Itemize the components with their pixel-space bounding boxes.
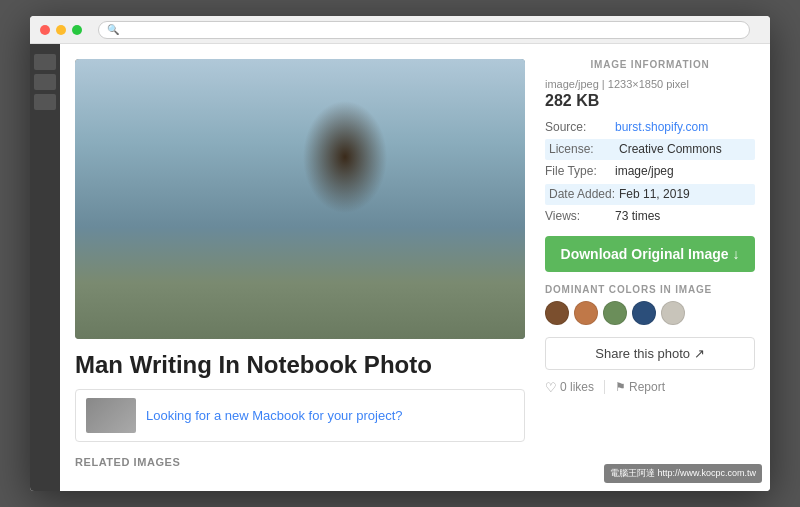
colors-label: DOMINANT COLORS IN IMAGE [545, 284, 755, 295]
file-type-label: File Type: [545, 162, 615, 181]
source-label: Source: [545, 118, 615, 137]
swatch-4[interactable] [632, 301, 656, 325]
heart-icon: ♡ [545, 380, 557, 395]
views-label: Views: [545, 207, 615, 226]
views-value: 73 times [615, 207, 660, 226]
action-row: ♡ 0 likes ⚑ Report [545, 380, 755, 395]
swatch-3[interactable] [603, 301, 627, 325]
content-area: Man Writing In Notebook Photo Looking fo… [30, 44, 770, 491]
file-type-value: image/jpeg [615, 162, 674, 181]
swatch-2[interactable] [574, 301, 598, 325]
rec-thumbnail [86, 398, 136, 433]
modal-overlay: 🔍 [0, 0, 800, 507]
recommendation-link[interactable]: Looking for a new Macbook for your proje… [146, 408, 403, 423]
related-images-label: RELATED IMAGES [75, 456, 525, 468]
info-section-title: IMAGE INFORMATION [545, 59, 755, 70]
sidebar-thumbnail [34, 54, 56, 70]
share-button[interactable]: Share this photo ↗ [545, 337, 755, 370]
recommendation-box[interactable]: Looking for a new Macbook for your proje… [75, 389, 525, 442]
browser-maximize-dot[interactable] [72, 25, 82, 35]
date-value: Feb 11, 2019 [619, 185, 690, 204]
sidebar-thumbnail [34, 94, 56, 110]
right-column: IMAGE INFORMATION image/jpeg | 1233×1850… [545, 59, 755, 468]
browser-close-dot[interactable] [40, 25, 50, 35]
swatch-5[interactable] [661, 301, 685, 325]
browser-search-bar[interactable]: 🔍 [98, 21, 750, 39]
license-row: License: Creative Commons [545, 139, 755, 160]
color-swatches [545, 301, 755, 325]
flag-icon: ⚑ [615, 380, 626, 394]
date-label: Date Added: [549, 185, 619, 204]
browser-minimize-dot[interactable] [56, 25, 66, 35]
photo-container [75, 59, 525, 339]
report-button[interactable]: ⚑ Report [615, 380, 665, 394]
file-type-line: image/jpeg | 1233×1850 pixel [545, 78, 755, 90]
action-divider [604, 380, 605, 394]
source-row: Source: burst.shopify.com [545, 118, 755, 137]
download-button[interactable]: Download Original Image ↓ [545, 236, 755, 272]
file-type-row: File Type: image/jpeg [545, 162, 755, 181]
views-row: Views: 73 times [545, 207, 755, 226]
sidebar-thumbnail [34, 74, 56, 90]
left-column: Man Writing In Notebook Photo Looking fo… [75, 59, 525, 468]
two-col-layout: Man Writing In Notebook Photo Looking fo… [75, 59, 755, 468]
left-sidebar [30, 44, 60, 491]
photo-title: Man Writing In Notebook Photo [75, 351, 525, 379]
file-size: 282 KB [545, 92, 755, 110]
date-row: Date Added: Feb 11, 2019 [545, 184, 755, 205]
photo-image [75, 59, 525, 339]
source-value[interactable]: burst.shopify.com [615, 118, 708, 137]
license-value: Creative Commons [619, 140, 722, 159]
main-content: Man Writing In Notebook Photo Looking fo… [60, 44, 770, 491]
modal: 🔍 [30, 16, 770, 491]
browser-bar: 🔍 [30, 16, 770, 44]
search-icon: 🔍 [107, 24, 119, 35]
report-label: Report [629, 380, 665, 394]
like-button[interactable]: ♡ 0 likes [545, 380, 594, 395]
license-label: License: [549, 140, 619, 159]
likes-count: 0 likes [560, 380, 594, 394]
swatch-1[interactable] [545, 301, 569, 325]
watermark: 電腦王阿達 http://www.kocpc.com.tw [604, 464, 762, 483]
